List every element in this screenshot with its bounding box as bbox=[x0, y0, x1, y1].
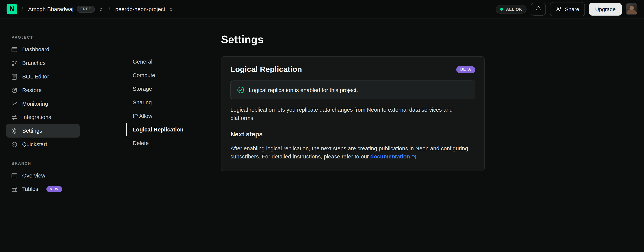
upgrade-button[interactable]: Upgrade bbox=[589, 3, 622, 15]
sidebar-item-label: SQL Editor bbox=[22, 74, 49, 80]
settings-nav-ip-allow[interactable]: IP Allow bbox=[126, 109, 183, 123]
next-steps-title: Next steps bbox=[230, 130, 475, 138]
chevron-updown-icon bbox=[98, 6, 104, 12]
sidebar: PROJECT Dashboard Branches SQL Editor bbox=[0, 18, 86, 252]
sidebar-item-dashboard[interactable]: Dashboard bbox=[6, 43, 80, 56]
neon-console: N / Amogh Bharadwaj FREE / peerdb-neon-p… bbox=[0, 0, 644, 252]
sidebar-section-title-project: PROJECT bbox=[12, 35, 80, 40]
integrations-icon bbox=[11, 114, 18, 120]
sidebar-item-label: Branches bbox=[22, 60, 46, 66]
card-header: Logical Replication BETA bbox=[230, 65, 475, 74]
sidebar-item-settings[interactable]: Settings bbox=[6, 124, 80, 138]
settings-nav-storage[interactable]: Storage bbox=[126, 82, 183, 96]
dashboard-icon bbox=[11, 46, 18, 53]
topbar: N / Amogh Bharadwaj FREE / peerdb-neon-p… bbox=[0, 0, 644, 18]
project-name: peerdb-neon-project bbox=[115, 6, 165, 12]
settings-nav-logical-replication[interactable]: Logical Replication bbox=[126, 123, 183, 136]
status-pill[interactable]: ALL OK bbox=[496, 5, 527, 14]
documentation-link-label: documentation bbox=[370, 153, 410, 161]
neon-logo[interactable]: N bbox=[6, 4, 17, 14]
sidebar-item-quickstart[interactable]: Quickstart bbox=[6, 138, 80, 151]
external-link-icon bbox=[411, 154, 416, 160]
project-switcher[interactable]: peerdb-neon-project bbox=[114, 4, 175, 14]
new-badge: NEW bbox=[46, 186, 62, 192]
breadcrumb-separator: / bbox=[21, 5, 23, 13]
sidebar-item-integrations[interactable]: Integrations bbox=[6, 110, 80, 124]
settings-nav-delete[interactable]: Delete bbox=[126, 136, 183, 150]
logical-replication-card: Logical Replication BETA Logical replica… bbox=[221, 56, 484, 171]
sidebar-item-sql-editor[interactable]: SQL Editor bbox=[6, 70, 80, 83]
sidebar-item-branches[interactable]: Branches bbox=[6, 56, 80, 70]
check-circle-icon bbox=[237, 86, 244, 94]
tables-icon bbox=[11, 186, 18, 192]
org-switcher[interactable]: Amogh Bharadwaj FREE bbox=[27, 4, 104, 14]
documentation-link[interactable]: documentation bbox=[370, 153, 416, 161]
share-label: Share bbox=[565, 6, 579, 12]
sidebar-item-label: Settings bbox=[22, 128, 42, 134]
restore-icon bbox=[11, 87, 18, 93]
topbar-actions: ALL OK Share Upgrade bbox=[496, 2, 638, 16]
status-label: ALL OK bbox=[506, 7, 522, 11]
sidebar-item-label: Monitoring bbox=[22, 100, 48, 107]
check-circle-icon bbox=[11, 141, 18, 148]
settings-nav-general[interactable]: General bbox=[126, 55, 183, 69]
settings-nav-compute[interactable]: Compute bbox=[126, 69, 183, 82]
next-steps-body: After enabling logical replication, the … bbox=[230, 146, 468, 160]
git-branch-icon bbox=[11, 60, 18, 66]
breadcrumb: N / Amogh Bharadwaj FREE / peerdb-neon-p… bbox=[6, 4, 175, 14]
settings-nav-sharing[interactable]: Sharing bbox=[126, 96, 183, 109]
bell-icon bbox=[535, 5, 542, 13]
sidebar-item-label: Tables bbox=[22, 186, 38, 192]
user-plus-icon bbox=[556, 6, 562, 12]
sidebar-item-restore[interactable]: Restore bbox=[6, 83, 80, 97]
main-content: Settings General Compute Storage Sharing… bbox=[86, 18, 644, 252]
sidebar-item-label: Quickstart bbox=[22, 141, 47, 148]
share-button[interactable]: Share bbox=[550, 2, 585, 16]
sidebar-item-label: Restore bbox=[22, 87, 42, 93]
sidebar-branch-list: Overview Tables NEW bbox=[6, 169, 80, 196]
page-title: Settings bbox=[221, 33, 264, 46]
status-banner: Logical replication is enabled for this … bbox=[230, 80, 475, 100]
sidebar-item-tables[interactable]: Tables NEW bbox=[6, 182, 80, 196]
beta-badge: BETA bbox=[456, 66, 475, 73]
sidebar-item-label: Overview bbox=[22, 172, 46, 179]
avatar[interactable] bbox=[626, 3, 638, 15]
card-description: Logical replication lets you replicate d… bbox=[230, 106, 475, 122]
sidebar-item-label: Integrations bbox=[22, 114, 51, 120]
org-name: Amogh Bharadwaj bbox=[28, 6, 74, 12]
overview-icon bbox=[11, 172, 18, 179]
monitoring-icon bbox=[11, 100, 18, 107]
neon-logo-letter: N bbox=[10, 5, 14, 13]
next-steps-text: After enabling logical replication, the … bbox=[230, 144, 475, 161]
notifications-button[interactable] bbox=[531, 3, 546, 15]
breadcrumb-separator: / bbox=[108, 5, 110, 13]
plan-badge: FREE bbox=[77, 6, 95, 12]
settings-nav: General Compute Storage Sharing IP Allow… bbox=[126, 55, 183, 150]
sidebar-project-list: Dashboard Branches SQL Editor Restore bbox=[6, 43, 80, 151]
sidebar-item-monitoring[interactable]: Monitoring bbox=[6, 97, 80, 110]
card-title: Logical Replication bbox=[230, 65, 302, 74]
sidebar-section-title-branch: BRANCH bbox=[12, 161, 80, 166]
sidebar-item-overview[interactable]: Overview bbox=[6, 169, 80, 182]
sidebar-item-label: Dashboard bbox=[22, 46, 50, 53]
chevron-updown-icon bbox=[168, 6, 174, 12]
gear-icon bbox=[11, 128, 18, 134]
status-banner-text: Logical replication is enabled for this … bbox=[249, 87, 358, 93]
status-dot-icon bbox=[500, 8, 503, 10]
sql-editor-icon bbox=[11, 73, 18, 80]
